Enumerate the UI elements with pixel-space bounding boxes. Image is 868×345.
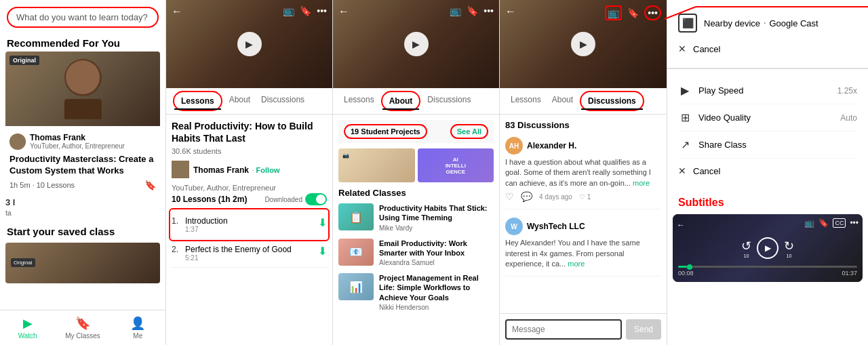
- nav-watch[interactable]: ▶ Watch: [0, 310, 55, 345]
- lesson-item-2[interactable]: 2. Perfect is the Enemy of Good 5:21 ⬇: [172, 239, 327, 268]
- play-speed-option[interactable]: ▶ Play Speed 1.25x: [678, 77, 857, 104]
- student-projects-label[interactable]: 19 Student Projects: [344, 124, 427, 139]
- cast-item[interactable]: ⬛ Nearby device · Google Cast: [678, 8, 857, 38]
- project-thumb-2: AIINTELLIGENCE: [418, 148, 494, 182]
- discussions-content: 83 Discussions AH Alexander H. I have a …: [500, 115, 667, 313]
- send-button[interactable]: Send: [626, 319, 661, 340]
- tab-about-2[interactable]: About: [224, 88, 256, 114]
- share-label: Share Class: [698, 140, 857, 150]
- watch-icon: ▶: [23, 316, 33, 331]
- me-icon: 👤: [130, 316, 145, 331]
- more-icon[interactable]: •••: [317, 5, 327, 16]
- message-input[interactable]: [505, 319, 622, 340]
- back-icon[interactable]: ←: [172, 5, 182, 18]
- disc-text-2: Hey Alexander! You and I have the same i…: [505, 238, 661, 269]
- disc-avatar-2: W: [505, 218, 523, 235]
- bottom-nav: ▶ Watch 🔖 My Classes 👤 Me: [0, 310, 165, 345]
- saved-thumb[interactable]: Original: [5, 243, 160, 283]
- related-section: 19 Student Projects See All 📷 AIINTELLIG…: [333, 115, 499, 345]
- bookmark-icon-3[interactable]: 🔖: [467, 5, 478, 16]
- related-thumb-1: 📋: [338, 203, 374, 230]
- share-class-option[interactable]: ↗ Share Class: [678, 131, 857, 159]
- mini-progress-fill: [678, 266, 687, 268]
- tab-lessons-2[interactable]: Lessons: [173, 91, 222, 111]
- mini-subtitle-icon[interactable]: CC: [833, 218, 846, 228]
- search-bar[interactable]: What do you want to learn today?: [7, 7, 159, 28]
- mini-top-controls: 📺 🔖 CC •••: [804, 218, 859, 228]
- author-subtitle-2: YouTuber, Author, Entrepreneur: [172, 184, 327, 192]
- mini-player: ← 📺 🔖 CC ••• ↺ 10 ▶ ↻ 10: [673, 214, 863, 282]
- more-icon-4[interactable]: •••: [644, 5, 661, 20]
- tab-bar-2: Lessons About Discussions: [166, 88, 332, 115]
- cast-device-icon: ⬛: [678, 14, 697, 33]
- download-icon-2[interactable]: ⬇: [318, 245, 327, 258]
- tab-bar-4: Lessons About Discussions: [500, 88, 667, 115]
- cast-value: Google Cast: [769, 18, 818, 28]
- about-panel: ← ▶ 📺 🔖 ••• Lessons About Discussions 19…: [333, 0, 500, 345]
- disc-more-1[interactable]: more: [633, 179, 650, 187]
- bookmark-icon[interactable]: 🔖: [144, 180, 156, 190]
- discussions-count: 83 Discussions: [505, 120, 661, 130]
- my-classes-icon: 🔖: [75, 316, 90, 331]
- mini-rewind-button[interactable]: ↺ 10: [741, 239, 751, 258]
- mini-more-icon[interactable]: •••: [850, 218, 859, 228]
- back-icon-3[interactable]: ←: [338, 5, 349, 18]
- mini-bookmark-icon[interactable]: 🔖: [818, 218, 829, 228]
- nav-me[interactable]: 👤 Me: [111, 310, 165, 345]
- lesson-item-1[interactable]: 1. Introduction 1:37 ⬇: [172, 211, 327, 239]
- bookmark-icon-4[interactable]: 🔖: [627, 7, 639, 18]
- thumb-text: AIINTELLIGENCE: [446, 157, 466, 175]
- download-icon-1[interactable]: ⬇: [318, 216, 327, 229]
- cancel-text-2: Cancel: [693, 166, 720, 176]
- mini-back-icon[interactable]: ←: [677, 220, 685, 230]
- share-icon: ↗: [678, 138, 692, 151]
- bookmark-icon-2[interactable]: 🔖: [300, 5, 311, 16]
- cast-icon-4[interactable]: 📺: [605, 5, 622, 20]
- play-button-4[interactable]: ▶: [571, 32, 595, 56]
- mini-play-button[interactable]: ▶: [757, 237, 778, 259]
- cast-icon-3[interactable]: 📺: [450, 5, 461, 16]
- mini-forward-button[interactable]: ↻ 10: [784, 239, 794, 258]
- video-controls: 📺 🔖 •••: [283, 5, 327, 16]
- related-class-2[interactable]: 📧 Email Productivity: Work Smarter with …: [338, 239, 494, 267]
- tab-lessons-3[interactable]: Lessons: [338, 88, 380, 114]
- lessons-panel: ← ▶ 📺 🔖 ••• Lessons About Discussions Re…: [166, 0, 333, 345]
- discussion-item-1: AH Alexander H. I have a question about …: [505, 137, 661, 209]
- nav-my-classes[interactable]: 🔖 My Classes: [55, 310, 110, 345]
- toggle-switch[interactable]: Downloaded: [264, 193, 327, 205]
- mini-cast-icon[interactable]: 📺: [804, 218, 814, 228]
- play-button[interactable]: ▶: [237, 32, 262, 56]
- more-icon-3[interactable]: •••: [484, 5, 494, 16]
- tab-discussions-2[interactable]: Discussions: [256, 88, 310, 114]
- tab-about-3[interactable]: About: [381, 91, 421, 111]
- tab-discussions-4[interactable]: Discussions: [580, 91, 644, 111]
- cancel-item-1[interactable]: ✕ Cancel: [678, 38, 857, 60]
- related-class-3[interactable]: 📊 Project Management in Real Life: Simpl…: [338, 273, 494, 311]
- video-quality-icon: ⊞: [678, 111, 692, 124]
- tab-about-4[interactable]: About: [547, 88, 578, 114]
- play-button-3[interactable]: ▶: [404, 32, 429, 56]
- settings-panel: ⬛ Nearby device · Google Cast ✕ Cancel ▶…: [667, 0, 868, 345]
- close-icon-2: ✕: [678, 165, 686, 176]
- mini-progress-bar[interactable]: [678, 266, 857, 268]
- related-thumb-3: 📊: [338, 273, 374, 300]
- play-speed-label: Play Speed: [698, 85, 831, 96]
- course-meta: 1h 5m · 10 Lessons 🔖: [9, 180, 156, 190]
- cast-icon[interactable]: 📺: [283, 5, 294, 16]
- related-class-1[interactable]: 📋 Productivity Habits That Stick: Using …: [338, 203, 494, 232]
- follow-link[interactable]: Follow: [256, 166, 280, 174]
- like-icon-1[interactable]: ♡: [505, 191, 514, 202]
- back-icon-4[interactable]: ←: [505, 5, 516, 18]
- comment-icon-1[interactable]: 💬: [521, 191, 532, 202]
- tab-discussions-3[interactable]: Discussions: [422, 88, 476, 114]
- recommended-course-card[interactable]: Original Thomas Frank YouTuber, Author, …: [5, 52, 160, 195]
- project-thumbnails: 📷 AIINTELLIGENCE: [338, 148, 494, 182]
- disc-more-2[interactable]: more: [568, 260, 585, 268]
- see-all-button[interactable]: See All: [450, 124, 488, 139]
- video-quality-option[interactable]: ⊞ Video Quality Auto: [678, 104, 857, 131]
- tab-lessons-4[interactable]: Lessons: [505, 88, 547, 114]
- lesson-title-1: Introduction: [185, 216, 318, 226]
- related-title-1: Productivity Habits That Stick: Using Ti…: [379, 203, 494, 223]
- saved-title: Start your saved class: [0, 223, 165, 240]
- cancel-item-2[interactable]: ✕ Cancel: [678, 159, 857, 183]
